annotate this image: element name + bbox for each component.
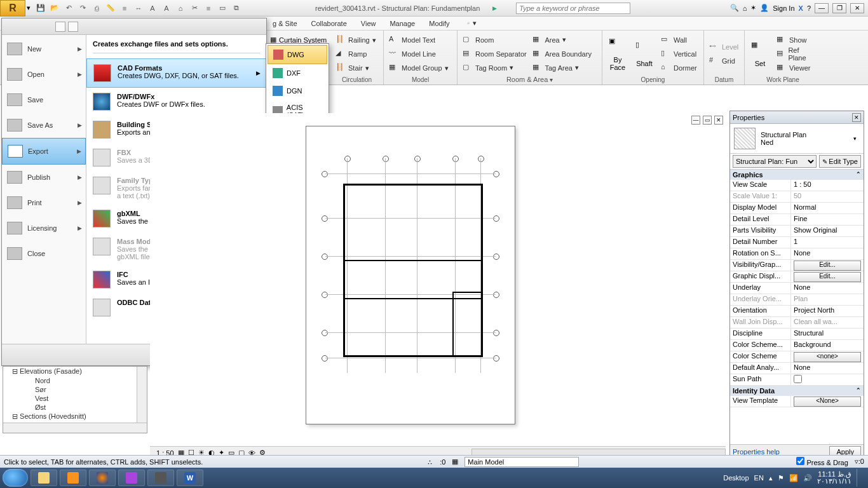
press-drag-toggle[interactable]: Press & Drag — [796, 457, 848, 466]
task-yahoo[interactable] — [118, 470, 145, 486]
switch-icon[interactable]: ⧉ — [230, 2, 243, 15]
tab-massing[interactable]: g & Site — [270, 18, 300, 29]
vertical-opening-button[interactable]: ▯Vertical — [658, 48, 701, 60]
set-workplane-button[interactable]: ▦Set — [747, 32, 773, 76]
view-canvas[interactable]: — ▭ ✕ — [150, 113, 726, 450]
property-row[interactable]: Scale Value 1:50 — [730, 191, 864, 203]
task-firefox[interactable] — [89, 470, 116, 486]
ramp-button[interactable]: ◢Ramp — [333, 48, 381, 60]
export-dxf[interactable]: DXF — [268, 64, 327, 82]
menu-print[interactable]: Print▶ — [2, 190, 86, 215]
type-name[interactable]: Structural Plan Ned — [761, 131, 848, 146]
infocenter-search[interactable] — [516, 3, 630, 14]
tab-manage[interactable]: Manage — [387, 18, 417, 29]
search-icon[interactable]: 🔍 — [730, 4, 739, 12]
ribbon-expand-icon[interactable]: ▫️▾ — [461, 18, 479, 29]
tray-flag-icon[interactable]: ⚑ — [778, 474, 784, 482]
recent-docs-icon[interactable] — [55, 22, 65, 32]
export-dwg[interactable]: DWG — [268, 45, 327, 64]
tray-desktop[interactable]: Desktop — [723, 474, 749, 482]
export-cad-formats[interactable]: CAD FormatsCreates DWG, DXF, DGN, or SAT… — [86, 58, 266, 88]
task-media[interactable] — [60, 470, 86, 486]
signin-icon[interactable]: 👤 — [760, 4, 769, 12]
menu-open[interactable]: Open▶ — [2, 62, 86, 87]
property-row[interactable]: Detail Number1 — [730, 237, 864, 248]
byface-button[interactable]: ▣By Face — [605, 32, 630, 76]
tree-item[interactable]: Nord — [3, 376, 147, 385]
property-checkbox[interactable] — [794, 375, 802, 383]
open-icon[interactable]: 📂 — [48, 2, 61, 15]
room-button[interactable]: ▢Room — [460, 34, 530, 46]
property-row[interactable]: View Template<None> — [730, 396, 864, 407]
property-row[interactable]: Sun Path — [730, 374, 864, 386]
property-row[interactable]: View Scale1 : 50 — [730, 180, 864, 191]
start-button[interactable] — [3, 469, 28, 487]
signin-label[interactable]: Sign In — [773, 4, 794, 12]
properties-help-link[interactable]: Properties help — [733, 448, 780, 456]
help-icon[interactable]: ? — [807, 4, 811, 12]
print-icon[interactable]: ⎙ — [90, 2, 103, 15]
workset-selector[interactable] — [465, 457, 579, 467]
property-row[interactable]: Detail LevelFine — [730, 214, 864, 226]
tab-view[interactable]: View — [358, 18, 379, 29]
dim-icon[interactable]: ↔ — [132, 2, 145, 15]
scrollbar-vertical[interactable] — [137, 367, 147, 423]
property-row[interactable]: Color Scheme...Background — [730, 340, 864, 351]
open-docs-icon[interactable] — [68, 22, 78, 32]
app-logo[interactable]: R — [0, 0, 25, 17]
stair-button[interactable]: 🪜Stair ▾ — [333, 62, 381, 74]
tray-volume-icon[interactable]: 🔊 — [803, 474, 812, 482]
export-dgn[interactable]: DGN — [268, 82, 327, 100]
view-close-icon[interactable]: ✕ — [714, 116, 723, 125]
tray-lang[interactable]: EN — [754, 474, 764, 482]
property-row[interactable]: Visibility/Grap...Edit... — [730, 260, 864, 271]
tray-clock[interactable]: ق.ظ 11:11 ٢٠١٣/١١/١١ — [817, 471, 851, 485]
tag-room-button[interactable]: ▢Tag Room ▾ — [460, 62, 530, 74]
section-icon[interactable]: ✂ — [188, 2, 201, 15]
palette-close-icon[interactable]: ✕ — [852, 113, 861, 122]
property-row[interactable]: OrientationProject North — [730, 306, 864, 317]
dormer-button[interactable]: ⌂Dormer — [658, 62, 701, 74]
tree-item[interactable]: Vest — [3, 394, 147, 403]
view-max-icon[interactable]: ▭ — [703, 116, 712, 125]
property-row[interactable]: UnderlayNone — [730, 283, 864, 294]
menu-new[interactable]: New▶ — [2, 36, 86, 62]
property-row[interactable]: Graphic Displ...Edit... — [730, 271, 864, 283]
property-edit-button[interactable]: Edit... — [794, 261, 861, 271]
align-icon[interactable]: ≡ — [118, 2, 131, 15]
text-icon[interactable]: A — [146, 2, 159, 15]
task-revit[interactable] — [147, 470, 174, 486]
subscription-icon[interactable]: ⌂ — [743, 4, 747, 12]
property-edit-button[interactable]: Edit... — [794, 272, 861, 282]
property-row[interactable]: Default Analy...None — [730, 363, 864, 374]
menu-save[interactable]: Save — [2, 87, 86, 112]
view-icon[interactable]: ⌂ — [174, 2, 187, 15]
tree-elevations[interactable]: Elevations (Fasade) — [3, 367, 147, 376]
tree-item[interactable]: Øst — [3, 403, 147, 412]
menu-licensing[interactable]: Licensing▶ — [2, 215, 86, 241]
close-hidden-icon[interactable]: ▭ — [216, 2, 229, 15]
tray-chevron-icon[interactable]: ▴ — [769, 474, 773, 482]
minimize-button[interactable]: — — [815, 3, 829, 13]
wall-opening-button[interactable]: ▭Wall — [658, 34, 701, 46]
area-boundary-button[interactable]: ▦Area Boundary — [530, 48, 600, 60]
property-row[interactable]: Color Scheme<none> — [730, 351, 864, 363]
show-workplane-button[interactable]: ▦Show — [774, 34, 818, 46]
close-button[interactable]: ✕ — [850, 3, 864, 13]
undo-icon[interactable]: ↶ — [62, 2, 75, 15]
property-row[interactable]: Wall Join Disp...Clean all wa... — [730, 317, 864, 329]
measure-icon[interactable]: 📏 — [104, 2, 117, 15]
grid-button[interactable]: #Grid — [707, 55, 742, 67]
scrollbar-horizontal[interactable] — [3, 423, 147, 433]
tag-area-button[interactable]: ▦Tag Area ▾ — [530, 62, 600, 74]
property-edit-button[interactable]: <None> — [794, 396, 861, 407]
filter-icon[interactable]: ▿:0 — [855, 458, 864, 466]
exchange-icon[interactable]: ✶ — [750, 4, 756, 12]
thin-icon[interactable]: ≡ — [202, 2, 215, 15]
area-button[interactable]: ▦Area ▾ — [530, 34, 600, 46]
viewer-button[interactable]: ▦Viewer — [774, 62, 818, 74]
project-browser[interactable]: Elevations (Fasade) Nord Sør Vest Øst Se… — [3, 366, 147, 433]
menu-save-as[interactable]: Save As▶ — [2, 112, 86, 138]
property-row[interactable]: Parts VisibilityShow Original — [730, 226, 864, 237]
redo-icon[interactable]: ↷ — [76, 2, 89, 15]
